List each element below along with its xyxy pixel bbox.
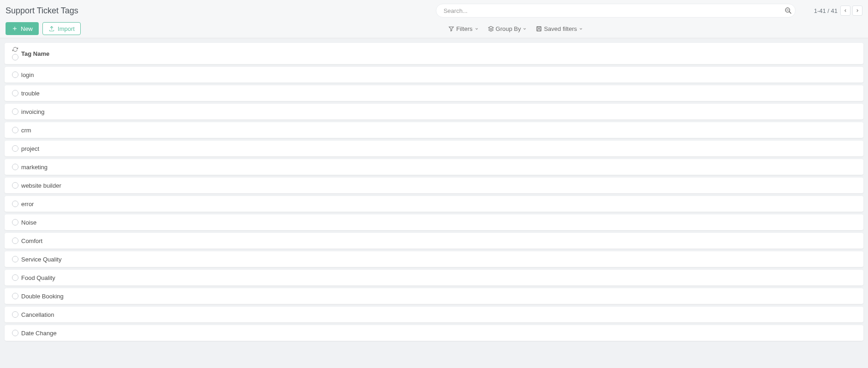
- row-checkbox-wrap: [9, 293, 21, 299]
- table-row[interactable]: trouble: [5, 85, 863, 101]
- upload-icon: [48, 25, 55, 32]
- table-row[interactable]: project: [5, 141, 863, 156]
- table-row[interactable]: Noise: [5, 214, 863, 230]
- row-tagname: project: [21, 145, 39, 152]
- row-tagname: trouble: [21, 90, 40, 97]
- table-row[interactable]: website builder: [5, 178, 863, 193]
- import-button[interactable]: Import: [42, 22, 81, 35]
- row-checkbox[interactable]: [12, 90, 18, 96]
- row-checkbox-wrap: [9, 145, 21, 152]
- row-checkbox[interactable]: [12, 182, 18, 189]
- row-checkbox[interactable]: [12, 145, 18, 152]
- funnel-icon: [448, 26, 454, 32]
- row-tagname: invoicing: [21, 108, 45, 115]
- table-row[interactable]: invoicing: [5, 104, 863, 119]
- groupby-dropdown[interactable]: Group By: [488, 25, 527, 32]
- row-checkbox-wrap: [9, 256, 21, 262]
- row-tagname: Date Change: [21, 330, 57, 337]
- row-checkbox-wrap: [9, 164, 21, 170]
- row-tagname: Noise: [21, 219, 36, 226]
- new-button[interactable]: New: [6, 22, 39, 35]
- table-row[interactable]: Cancellation: [5, 307, 863, 322]
- chevron-down-icon: [523, 27, 527, 31]
- pager-text: 1-41 / 41: [814, 7, 838, 14]
- svg-rect-9: [538, 26, 540, 28]
- row-checkbox[interactable]: [12, 311, 18, 318]
- pager-prev-button[interactable]: [840, 6, 850, 16]
- new-button-label: New: [21, 25, 33, 32]
- svg-marker-6: [449, 27, 454, 31]
- saved-filters-dropdown[interactable]: Saved filters: [536, 25, 583, 32]
- row-checkbox[interactable]: [12, 164, 18, 170]
- svg-marker-7: [488, 26, 493, 29]
- chevron-down-icon: [579, 27, 583, 31]
- refresh-icon[interactable]: [12, 47, 18, 52]
- row-tagname: Double Booking: [21, 293, 64, 300]
- row-checkbox-wrap: [9, 219, 21, 226]
- filters-dropdown[interactable]: Filters: [448, 25, 478, 32]
- header-controls: [9, 47, 21, 60]
- page-header: Support Ticket Tags 1-41 / 41: [0, 0, 868, 38]
- row-checkbox[interactable]: [12, 256, 18, 262]
- search-input[interactable]: [436, 4, 796, 18]
- pager-next-button[interactable]: [852, 6, 862, 16]
- row-checkbox[interactable]: [12, 330, 18, 336]
- row-checkbox[interactable]: [12, 71, 18, 78]
- column-header-tagname[interactable]: Tag Name: [21, 50, 49, 57]
- table-row[interactable]: crm: [5, 122, 863, 138]
- row-checkbox-wrap: [9, 90, 21, 96]
- row-checkbox-wrap: [9, 71, 21, 78]
- row-tagname: Comfort: [21, 237, 42, 244]
- filter-bar: Filters Group By: [443, 25, 862, 32]
- row-checkbox[interactable]: [12, 274, 18, 281]
- plus-icon: [12, 25, 18, 32]
- row-checkbox[interactable]: [12, 108, 18, 115]
- table-header: Tag Name: [5, 43, 863, 64]
- table-row[interactable]: Double Booking: [5, 288, 863, 304]
- row-checkbox-wrap: [9, 237, 21, 244]
- row-tagname: Cancellation: [21, 311, 54, 318]
- table-row[interactable]: marketing: [5, 159, 863, 175]
- row-checkbox-wrap: [9, 108, 21, 115]
- row-tagname: website builder: [21, 182, 61, 189]
- row-tagname: crm: [21, 127, 31, 134]
- row-checkbox[interactable]: [12, 293, 18, 299]
- row-checkbox-wrap: [9, 127, 21, 133]
- row-checkbox-wrap: [9, 330, 21, 336]
- table-row[interactable]: Food Quality: [5, 270, 863, 285]
- table-row[interactable]: Comfort: [5, 233, 863, 249]
- chevron-down-icon: [475, 27, 479, 31]
- save-icon: [536, 26, 542, 32]
- row-checkbox[interactable]: [12, 201, 18, 207]
- app-root: Support Ticket Tags 1-41 / 41: [0, 0, 868, 348]
- row-tagname: error: [21, 201, 34, 208]
- table-row[interactable]: login: [5, 67, 863, 83]
- layers-icon: [488, 26, 494, 32]
- saved-filters-label: Saved filters: [544, 25, 577, 32]
- header-row-top: Support Ticket Tags 1-41 / 41: [6, 4, 862, 18]
- header-row-bottom: New Import Filters: [6, 22, 862, 35]
- row-checkbox[interactable]: [12, 219, 18, 226]
- list-area: Tag Name logintroubleinvoicingcrmproject…: [0, 38, 868, 348]
- rows-container: logintroubleinvoicingcrmprojectmarketing…: [5, 67, 863, 341]
- select-all-checkbox[interactable]: [12, 54, 18, 60]
- pager: 1-41 / 41: [814, 6, 862, 16]
- import-button-label: Import: [58, 25, 75, 32]
- svg-line-1: [789, 12, 791, 13]
- search-zoom-out-icon[interactable]: [785, 7, 792, 14]
- row-tagname: Service Quality: [21, 256, 61, 263]
- row-tagname: marketing: [21, 164, 48, 171]
- action-buttons: New Import: [6, 22, 81, 35]
- row-checkbox-wrap: [9, 311, 21, 318]
- row-tagname: Food Quality: [21, 274, 55, 281]
- row-checkbox[interactable]: [12, 237, 18, 244]
- row-checkbox[interactable]: [12, 127, 18, 133]
- groupby-label: Group By: [496, 25, 521, 32]
- page-title: Support Ticket Tags: [6, 6, 78, 16]
- row-tagname: login: [21, 71, 34, 78]
- table-row[interactable]: Date Change: [5, 325, 863, 341]
- search-wrap: [436, 4, 796, 18]
- row-checkbox-wrap: [9, 182, 21, 189]
- table-row[interactable]: Service Quality: [5, 251, 863, 267]
- table-row[interactable]: error: [5, 196, 863, 212]
